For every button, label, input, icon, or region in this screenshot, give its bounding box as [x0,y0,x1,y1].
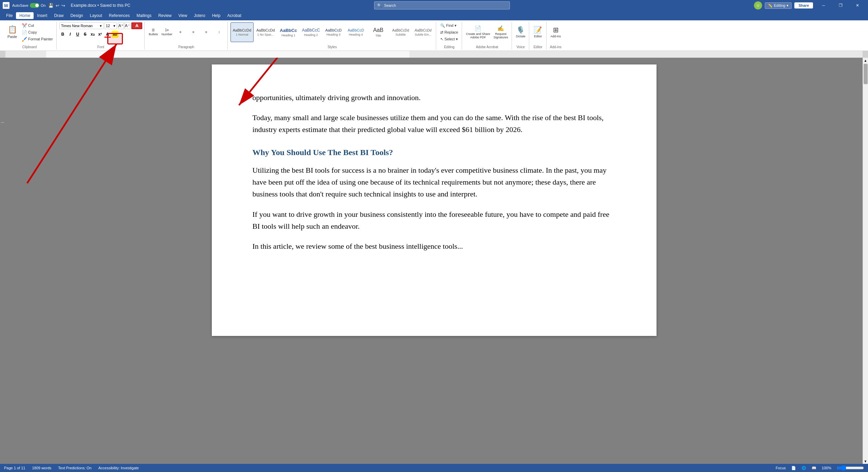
view-read[interactable]: 📖 [812,466,816,470]
highlight-btn[interactable]: ab [112,31,118,38]
autosave-toggle[interactable] [30,3,39,8]
ribbon-voice-content: 🎙️ Dictate [515,22,527,45]
status-bar-right: Focus 📄 🌐 📖 100% [776,465,864,471]
ribbon-editing-group: 🔍 Find ▾ ⇄ Replace ↖ Select ▾ Editing [437,22,462,50]
font-name-value: Times New Roman [61,24,93,28]
addins-button[interactable]: ⊞ Add-ins [549,22,562,41]
filename: Example.docx • Saved to this PC [71,3,130,8]
style-heading2[interactable]: AaBbCcC Heading 2 [300,22,322,42]
accessibility-status[interactable]: Accessibility: Investigate [98,466,139,470]
style-heading3[interactable]: AaBbCcD Heading 3 [322,22,344,42]
select-button[interactable]: ↖ Select ▾ [439,36,459,42]
align-right-button[interactable]: ≡ [200,22,213,41]
subscript-button[interactable]: x₂ [89,31,96,38]
save-icon[interactable]: 💾 [48,3,54,8]
style-subtle-em[interactable]: AaBbCcDd Subtle Em... [412,22,434,42]
menu-references[interactable]: References [106,12,133,19]
cut-icon: ✂️ [22,23,27,28]
scroll-down-button[interactable]: ▼ [863,458,868,464]
menu-layout[interactable]: Layout [87,12,106,19]
font-size-increase[interactable]: A⁺ [118,22,124,29]
minimize-button[interactable]: ─ [816,0,831,11]
ribbon-clipboard-group: 📋 Paste ✂️ Cut 📄 Copy 🖌️ Format Painter … [3,22,57,50]
font-size-decrease[interactable]: A⁻ [124,22,130,29]
menu-home[interactable]: Home [16,12,34,19]
strikethrough-button[interactable]: S [82,31,89,38]
bold-button[interactable]: B [59,31,66,38]
find-button[interactable]: 🔍 Find ▾ [439,22,458,29]
menu-jotero[interactable]: Jotero [190,12,208,19]
redo-icon[interactable]: ↪ [61,3,65,8]
scroll-track [863,63,868,458]
align-left-button[interactable]: ≡ [174,22,187,41]
menu-design[interactable]: Design [67,12,86,19]
create-share-pdf-button[interactable]: 📄 Create and ShareAdobe PDF [465,22,492,41]
zoom-level: 100% [822,466,831,470]
doc-content-area[interactable]: opportunities, ultimately driving growth… [5,58,863,464]
menu-view[interactable]: View [175,12,191,19]
style-normal[interactable]: AaBbCcDd 1 Normal [230,22,254,42]
editor-button[interactable]: 📝 Editor [532,22,544,41]
style-heading3-label: Heading 3 [327,33,340,36]
ribbon-adobe-group: 📄 Create and ShareAdobe PDF ✍️ RequestSi… [463,22,512,50]
copy-label: Copy [28,30,37,34]
font-size-dropdown[interactable]: 12 ▾ [105,22,117,29]
editing-badge[interactable]: ✏️ Editing ▾ [765,2,792,9]
doc-text-area[interactable]: opportunities, ultimately driving growth… [253,92,616,252]
style-heading1[interactable]: AaBbCc Heading 1 [278,22,299,42]
bullets-button[interactable]: ☰ Bullets [147,22,160,41]
request-signatures-button[interactable]: ✍️ RequestSignatures [492,22,510,41]
clear-all-formatting-btn[interactable]: A̶ [131,22,142,29]
doc-left-sidebar: | [0,58,5,464]
style-no-spacing[interactable]: AaBbCcDd 1 No Spac... [254,22,277,42]
styles-label: Styles [328,45,337,50]
format-painter-button[interactable]: 🖌️ Format Painter [20,36,54,42]
copy-button[interactable]: 📄 Copy [20,29,54,35]
numbering-button[interactable]: 1≡ Number [160,22,174,41]
view-print-layout[interactable]: 📄 [791,466,796,470]
style-heading1-preview: AaBbCc [280,28,297,33]
pen-icon: ✏️ [768,3,773,8]
format-painter-label: Format Painter [28,37,53,41]
scroll-thumb[interactable] [864,64,868,84]
paste-button[interactable]: 📋 Paste [5,22,20,41]
font-name-dropdown[interactable]: Times New Roman ▾ [59,22,104,29]
vertical-scrollbar[interactable]: ▲ ▼ [863,58,868,464]
view-web[interactable]: 🌐 [801,466,806,470]
italic-button[interactable]: I [67,31,74,38]
dictate-button[interactable]: 🎙️ Dictate [515,22,527,41]
doc-para-2: Today, many small and large scale busine… [253,112,616,135]
ribbon-clipboard-content: 📋 Paste ✂️ Cut 📄 Copy 🖌️ Format Painter [5,22,54,45]
style-title[interactable]: AaB Title [367,22,389,42]
doc-heading-1: Why You Should Use The Best BI Tools? [253,146,616,159]
share-button[interactable]: Share [794,2,813,8]
autosave-state: On [41,3,46,7]
style-subtitle[interactable]: AaBbCcDd Subtitle [390,22,411,42]
style-heading2-label: Heading 2 [304,33,318,37]
underline-button[interactable]: U [74,31,81,38]
menu-file[interactable]: File [3,12,16,19]
zoom-slider[interactable] [837,465,864,471]
style-heading4[interactable]: AaBbCcD Heading 4 [345,22,367,42]
title-bar: W AutoSave On 💾 ↩ ↪ Example.docx • Saved… [0,0,868,11]
menu-review[interactable]: Review [155,12,175,19]
line-spacing-button[interactable]: ↕ [213,22,225,41]
cut-button[interactable]: ✂️ Cut [20,22,54,29]
restore-button[interactable]: ❐ [833,0,848,11]
scroll-up-button[interactable]: ▲ [863,58,868,63]
menu-acrobat[interactable]: Acrobat [224,12,244,19]
align-center-button[interactable]: ≡ [187,22,200,41]
font-format-row: B I U S x₂ x² A ab [59,31,118,38]
search-box[interactable]: 🔍 Search [374,1,510,10]
close-button[interactable]: ✕ [850,0,865,11]
replace-button[interactable]: ⇄ Replace [439,29,459,35]
menu-help[interactable]: Help [209,12,224,19]
menu-mailings[interactable]: Mailings [133,12,155,19]
replace-label: Replace [444,30,458,34]
menu-insert[interactable]: Insert [34,12,51,19]
undo-icon[interactable]: ↩ [56,3,59,8]
menu-draw[interactable]: Draw [51,12,67,19]
superscript-button[interactable]: x² [97,31,104,38]
font-color-btn[interactable]: A [104,31,111,38]
focus-button[interactable]: Focus [776,466,786,470]
